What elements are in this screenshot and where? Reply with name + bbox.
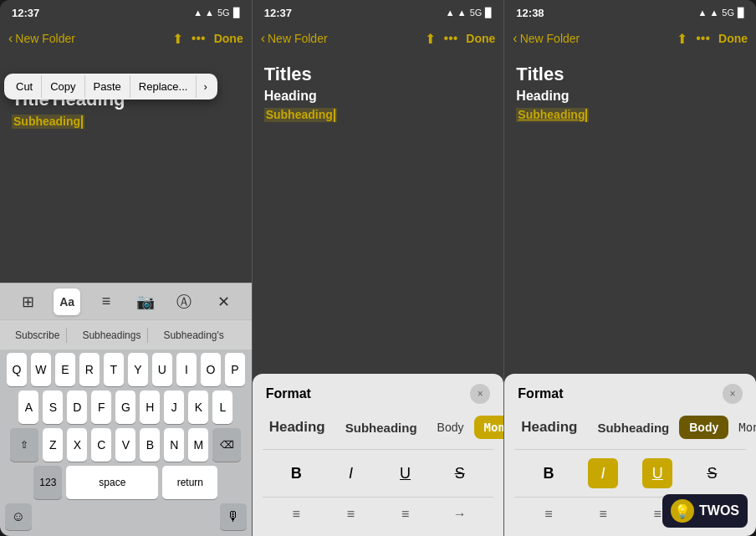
share-icon-2[interactable]: ⬆	[425, 31, 436, 47]
underline-button-2[interactable]: U	[391, 458, 421, 488]
note-content-2: Titles Heading Subheading	[253, 55, 504, 374]
back-chevron-2: ‹	[261, 31, 265, 46]
share-icon-3[interactable]: ⬆	[677, 31, 687, 47]
suggestion-2[interactable]: Subheadings	[75, 328, 148, 343]
key-u[interactable]: U	[152, 353, 172, 386]
strikethrough-button-3[interactable]: S	[697, 458, 727, 488]
key-q[interactable]: Q	[7, 353, 27, 386]
list-bullet-2[interactable]: ≡	[281, 503, 311, 526]
back-chevron-1: ‹	[8, 31, 13, 46]
list-number-3[interactable]: ≡	[588, 503, 618, 526]
nav-bar-3: ‹ New Folder ⬆ ••• Done	[504, 23, 756, 55]
suggestion-1[interactable]: Subscribe	[8, 328, 67, 343]
underline-button-3[interactable]: U	[642, 458, 672, 488]
italic-button-2[interactable]: I	[335, 458, 365, 488]
list-dash-2[interactable]: ≡	[391, 503, 421, 526]
key-x[interactable]: X	[67, 428, 87, 462]
key-l[interactable]: L	[212, 391, 232, 424]
key-a[interactable]: A	[18, 391, 38, 424]
key-n[interactable]: N	[164, 428, 184, 462]
key-i[interactable]: I	[176, 353, 197, 386]
bold-button-3[interactable]: B	[534, 458, 564, 488]
format-close-3[interactable]: ×	[723, 384, 743, 404]
sliders-icon[interactable]: ≡	[93, 288, 120, 315]
format-panel-2: Format × Heading Subheading Body Monospa…	[253, 374, 504, 536]
paste-button[interactable]: Paste	[85, 75, 130, 98]
share-icon-1[interactable]: ⬆	[172, 31, 183, 47]
key-return[interactable]: return	[162, 466, 217, 499]
keyboard-1: Q W E R T Y U I O P A S D F G H J K L	[0, 350, 252, 536]
format-title-3: Format	[518, 386, 563, 401]
circle-icon[interactable]: Ⓐ	[171, 288, 197, 315]
key-p[interactable]: P	[225, 353, 245, 386]
indent-2[interactable]: →	[445, 503, 475, 526]
key-w[interactable]: W	[31, 353, 51, 386]
format-style-subheading-3[interactable]: Subheading	[587, 416, 679, 440]
key-z[interactable]: Z	[43, 428, 63, 462]
emoji-key[interactable]: ☺	[5, 503, 32, 530]
done-button-1[interactable]: Done	[214, 32, 243, 45]
cut-button[interactable]: Cut	[8, 75, 42, 98]
more-icon-2[interactable]: •••	[444, 31, 458, 46]
key-c[interactable]: C	[91, 428, 111, 462]
back-chevron-3: ‹	[513, 31, 517, 46]
key-t[interactable]: T	[104, 353, 124, 386]
key-shift[interactable]: ⇧	[10, 428, 38, 462]
key-m[interactable]: M	[188, 428, 208, 462]
format-style-monospaced-2[interactable]: Monospaced	[474, 416, 504, 439]
note-title-2: Titles	[264, 64, 493, 85]
done-button-3[interactable]: Done	[718, 32, 748, 45]
replace-button[interactable]: Replace...	[130, 75, 197, 98]
format-style-subheading-2[interactable]: Subheading	[335, 416, 427, 440]
key-s[interactable]: S	[43, 391, 63, 424]
list-number-2[interactable]: ≡	[335, 503, 365, 526]
nav-folder-2: New Folder	[268, 32, 328, 45]
key-f[interactable]: F	[91, 391, 111, 424]
copy-button[interactable]: Copy	[42, 75, 84, 98]
key-h[interactable]: H	[140, 391, 160, 424]
status-icons-1: ▲ ▲ 5G ▉	[193, 8, 240, 18]
format-close-2[interactable]: ×	[470, 384, 490, 404]
done-button-2[interactable]: Done	[466, 32, 495, 45]
nav-back-3[interactable]: ‹ New Folder	[513, 31, 580, 46]
status-time-3: 12:38	[516, 7, 544, 19]
aa-icon[interactable]: Aa	[54, 288, 80, 315]
key-r[interactable]: R	[79, 353, 100, 386]
key-v[interactable]: V	[115, 428, 135, 462]
italic-button-3[interactable]: I	[588, 458, 618, 488]
bold-button-2[interactable]: B	[281, 458, 311, 488]
more-context-button[interactable]: ›	[197, 75, 213, 98]
key-space[interactable]: space	[66, 466, 158, 499]
camera-icon[interactable]: 📷	[132, 288, 159, 315]
close-toolbar-icon[interactable]: ✕	[210, 288, 237, 315]
key-y[interactable]: Y	[128, 353, 148, 386]
more-icon-1[interactable]: •••	[192, 31, 206, 46]
format-style-monospaced-3[interactable]: Monospaced	[728, 416, 756, 439]
key-g[interactable]: G	[115, 391, 135, 424]
nav-folder-3: New Folder	[520, 32, 580, 45]
format-style-heading-2[interactable]: Heading	[259, 414, 335, 441]
more-icon-3[interactable]: •••	[696, 31, 710, 46]
nav-back-2[interactable]: ‹ New Folder	[261, 31, 328, 46]
key-o[interactable]: O	[201, 353, 221, 386]
key-numbers[interactable]: 123	[33, 466, 62, 499]
dictation-key[interactable]: 🎙	[220, 503, 247, 530]
key-delete[interactable]: ⌫	[212, 428, 241, 462]
nav-back-1[interactable]: ‹ New Folder	[8, 31, 75, 46]
status-bar-3: 12:38 ▲ ▲ 5G ▉	[504, 0, 756, 23]
suggestion-bar-1: Subscribe Subheadings Subheading's	[0, 319, 252, 350]
grid-icon[interactable]: ⊞	[14, 288, 41, 315]
format-style-heading-3[interactable]: Heading	[511, 414, 587, 441]
strikethrough-button-2[interactable]: S	[445, 458, 475, 488]
key-d[interactable]: D	[67, 391, 87, 424]
note-title-3: Titles	[516, 64, 744, 85]
format-style-body-2[interactable]: Body	[427, 416, 474, 439]
key-e[interactable]: E	[55, 353, 75, 386]
key-b[interactable]: B	[140, 428, 160, 462]
list-bullet-3[interactable]: ≡	[534, 503, 564, 526]
status-bar-2: 12:37 ▲ ▲ 5G ▉	[253, 0, 504, 23]
key-j[interactable]: J	[164, 391, 184, 424]
format-style-body-3[interactable]: Body	[679, 416, 728, 439]
suggestion-3[interactable]: Subheading's	[156, 328, 230, 343]
key-k[interactable]: K	[188, 391, 208, 424]
